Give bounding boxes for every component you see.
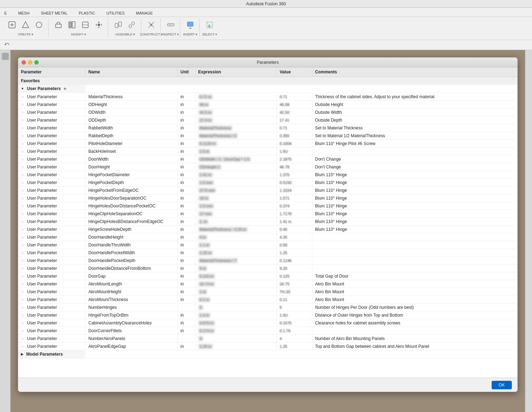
param-unit[interactable]: in	[177, 202, 195, 210]
param-comments[interactable]	[312, 265, 517, 272]
param-expr[interactable]: 9 in	[195, 265, 277, 272]
table-row[interactable]: ☆ User Parameter HingeClipHolesBDistance…	[18, 218, 517, 226]
param-comments[interactable]	[312, 257, 517, 265]
inspect-btn-1[interactable]	[164, 17, 177, 33]
modify-btn-3[interactable]	[79, 17, 92, 33]
param-comments[interactable]: Number of Akro Bin Mounting Panels	[312, 335, 517, 343]
param-unit[interactable]: in	[177, 147, 195, 155]
param-unit[interactable]: in	[177, 186, 195, 194]
param-expr[interactable]: ODHeight 1	[195, 163, 277, 171]
param-name[interactable]: AkroPanelEdgeGap	[85, 343, 177, 350]
param-comments[interactable]: Blum 110° Hinge	[312, 218, 517, 226]
table-row[interactable]: ☆ User Parameter DoorCornerFillets in 0.…	[18, 327, 517, 335]
table-row[interactable]: ☆ User Parameter BackHoleInset in 1.5 in…	[18, 147, 517, 155]
minimize-button[interactable]	[28, 60, 32, 65]
param-expr[interactable]: 1.25 in	[195, 249, 277, 257]
param-name[interactable]: DoorGap	[85, 272, 177, 280]
select-btn-1[interactable]	[203, 17, 216, 33]
param-name[interactable]: ODHeight	[85, 101, 177, 108]
construct-btn-1[interactable]	[145, 17, 158, 33]
param-unit[interactable]: in	[177, 265, 195, 272]
param-name[interactable]: NumberHinges	[85, 304, 177, 311]
param-unit[interactable]: in	[177, 288, 195, 296]
table-row[interactable]: ☆ User Parameter ODHeight in 46.in 46.08…	[18, 101, 517, 108]
param-unit[interactable]: in	[177, 210, 195, 218]
param-expr[interactable]: ODWidth / 2 - DoorGap * 1.5	[195, 155, 277, 163]
table-row[interactable]: ☆ User Parameter HingeClipHoleSeparation…	[18, 210, 517, 218]
param-name[interactable]: HingePocketFromEdgeOC	[85, 186, 177, 194]
table-row[interactable]: ☆ User Parameter NumberAkroPanels 4 4 Nu…	[18, 335, 517, 343]
param-expr[interactable]: 1.5 mm	[195, 202, 277, 210]
param-comments[interactable]	[312, 241, 517, 249]
param-comments[interactable]: Outside Height	[312, 101, 517, 108]
param-expr[interactable]: 1.0 mm	[195, 179, 277, 186]
param-comments[interactable]: Blum 110° Hinge	[312, 202, 517, 210]
param-comments[interactable]	[312, 249, 517, 257]
modify-btn-1[interactable]	[52, 17, 65, 33]
param-unit[interactable]: in	[177, 155, 195, 163]
table-row[interactable]: ☆ User Parameter HingePocketFromEdgeOC i…	[18, 186, 517, 194]
param-expr[interactable]: 1.41 in	[195, 171, 277, 179]
param-comments[interactable]	[312, 233, 517, 241]
add-param-btn[interactable]: +	[62, 86, 68, 91]
param-unit[interactable]: in	[177, 343, 195, 350]
param-comments[interactable]: Set to Material 1/2 MaterialThickness	[312, 132, 517, 140]
param-unit[interactable]: in	[177, 272, 195, 280]
param-unit[interactable]	[177, 304, 195, 311]
param-unit[interactable]: in	[177, 327, 195, 335]
param-comments[interactable]: Akro Bin Mount	[312, 280, 517, 288]
param-expr[interactable]: 1. in	[195, 218, 277, 226]
param-name[interactable]: BackHoleInset	[85, 147, 177, 155]
create-btn-1[interactable]	[6, 17, 18, 33]
insert-btn-1[interactable]	[184, 17, 197, 33]
param-comments[interactable]: Clearance holes for cabinet assembly scr…	[312, 319, 517, 327]
param-unit[interactable]: in	[177, 319, 195, 327]
param-comments[interactable]: Blum 110° Hinge	[312, 226, 517, 233]
param-comments[interactable]: Blum 110° Hinge	[312, 210, 517, 218]
param-expr[interactable]: MaterialThickness / 2	[195, 132, 277, 140]
param-expr[interactable]: 0.1120 in	[195, 140, 277, 147]
param-comments[interactable]: Outside Depth	[312, 116, 517, 124]
param-comments[interactable]	[312, 147, 517, 155]
table-row[interactable]: ☆ User Parameter PilotHoleDiameter in 0.…	[18, 140, 517, 147]
table-row[interactable]: ☆ User Parameter HingePocketDiameter in …	[18, 171, 517, 179]
param-expr[interactable]: 27.8 mm	[195, 186, 277, 194]
modify-btn-2[interactable]	[66, 17, 78, 33]
param-unit[interactable]: in	[177, 218, 195, 226]
param-name[interactable]: DoorHandleHeight	[85, 233, 177, 241]
param-expr[interactable]: 1.1 in	[195, 241, 277, 249]
param-name[interactable]: DoorCornerFillets	[85, 327, 177, 335]
param-comments[interactable]: Blum 110° Hinge	[312, 179, 517, 186]
table-row[interactable]: ☆ User Parameter RabbetDepth in Material…	[18, 132, 517, 140]
param-name[interactable]: HingePocketDepth	[85, 179, 177, 186]
undo-btn[interactable]	[3, 41, 11, 49]
param-unit[interactable]: in	[177, 233, 195, 241]
param-unit[interactable]: in	[177, 241, 195, 249]
param-comments[interactable]: Top and Bottom Gap between cabinet and A…	[312, 343, 517, 350]
param-unit[interactable]: in	[177, 296, 195, 304]
assemble-btn-2[interactable]	[125, 17, 138, 33]
table-row[interactable]: ☆ User Parameter HingePocketDepth in 1.0…	[18, 179, 517, 186]
param-name[interactable]: DoorHandleThruWidth	[85, 241, 177, 249]
table-row[interactable]: ☆ User Parameter DoorHandleThruWidth in …	[18, 241, 517, 249]
tab-mesh[interactable]: MESH	[17, 10, 31, 16]
param-comments[interactable]	[312, 327, 517, 335]
param-comments[interactable]: Don't Change	[312, 163, 517, 171]
table-row[interactable]: ☆ User Parameter HingeHolesDoorSeparatio…	[18, 194, 517, 202]
param-unit[interactable]: in	[177, 311, 195, 319]
param-name[interactable]: HingeScrewHoleDepth	[85, 226, 177, 233]
table-row[interactable]: ☆ User Parameter HingeScrewHoleDepth in …	[18, 226, 517, 233]
table-row[interactable]: ☆ User Parameter HingeHolesDoorDistanceP…	[18, 202, 517, 210]
param-name[interactable]: HingePocketDiameter	[85, 171, 177, 179]
table-row[interactable]: ☆ User Parameter MaterialThickness in 0.…	[18, 93, 517, 101]
param-name[interactable]: NumberAkroPanels	[85, 335, 177, 343]
param-name[interactable]: HingeHolesDoorSeparationOC	[85, 194, 177, 202]
param-name[interactable]: DoorHandleDistanceFromBottom	[85, 265, 177, 272]
param-unit[interactable]: in	[177, 249, 195, 257]
param-unit[interactable]: in	[177, 179, 195, 186]
param-name[interactable]: DoorHandlePocketWidth	[85, 249, 177, 257]
param-unit[interactable]: in	[177, 140, 195, 147]
param-name[interactable]: PilotHoleDiameter	[85, 140, 177, 147]
param-expr[interactable]: 0.71 in	[195, 93, 277, 101]
param-name[interactable]: RabbetWidth	[85, 124, 177, 132]
